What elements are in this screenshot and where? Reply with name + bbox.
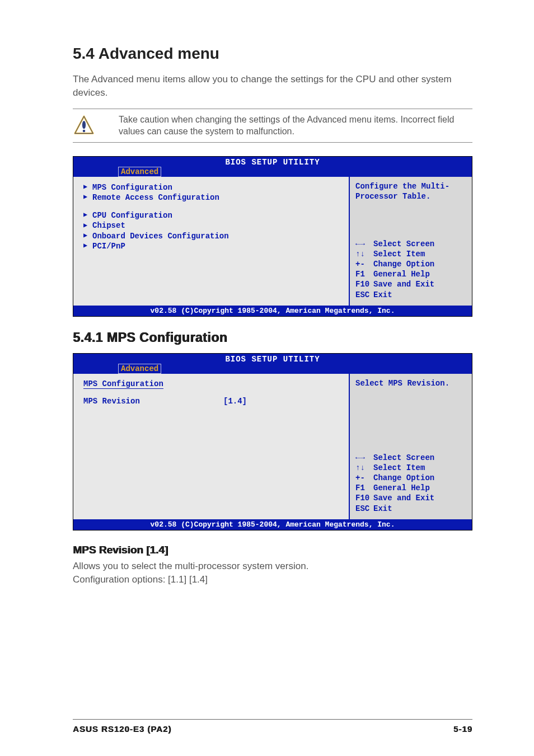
- bios-help-text: Select MPS Revision.: [355, 378, 466, 388]
- footer-page-number: 5-19: [453, 724, 472, 734]
- caution-box: Take caution when changing the settings …: [73, 109, 472, 143]
- bios-footer: v02.58 (C)Copyright 1985-2004, American …: [73, 306, 472, 316]
- menu-item-onboard-devices[interactable]: ▶ Onboard Devices Configuration: [83, 231, 339, 241]
- submenu-arrow-icon: ▶: [83, 242, 92, 251]
- page-footer: ASUS RS120-E3 (PA2) 5-19: [73, 719, 472, 734]
- item-heading: MPS Revision [1.4]: [73, 544, 472, 556]
- caution-text: Take caution when changing the settings …: [96, 114, 472, 138]
- section-heading: 5.4 Advanced menu: [73, 45, 472, 63]
- item-description: Allows you to select the multi-processor…: [73, 560, 472, 573]
- bios-tab-advanced[interactable]: Advanced: [118, 364, 161, 374]
- bios-screen-mps-config: BIOS SETUP UTILITY Advanced MPS Configur…: [73, 353, 472, 530]
- config-item-mps-revision[interactable]: MPS Revision [1.4]: [83, 397, 339, 406]
- submenu-arrow-icon: ▶: [83, 183, 92, 192]
- menu-item-mps-config[interactable]: ▶ MPS Configuration: [83, 182, 339, 192]
- bios-help-text: Configure the Multi- Processor Table.: [355, 181, 466, 201]
- bios-nav-help: ←→Select Screen ↑↓Select Item +-Change O…: [355, 453, 466, 514]
- caution-icon: [73, 114, 96, 138]
- bios-footer: v02.58 (C)Copyright 1985-2004, American …: [73, 519, 472, 530]
- footer-model: ASUS RS120-E3 (PA2): [73, 724, 171, 734]
- bios-tab-advanced[interactable]: Advanced: [118, 167, 161, 177]
- submenu-arrow-icon: ▶: [83, 211, 92, 220]
- menu-item-chipset[interactable]: ▶ Chipset: [83, 220, 339, 231]
- submenu-arrow-icon: ▶: [83, 193, 92, 202]
- item-config-options: Configuration options: [1.1] [1.4]: [73, 573, 472, 586]
- menu-item-pci-pnp[interactable]: ▶ PCI/PnP: [83, 241, 339, 251]
- svg-point-1: [83, 129, 86, 132]
- bios-title: BIOS SETUP UTILITY: [73, 355, 472, 364]
- subsection-heading: 5.4.1 MPS Configuration: [73, 330, 472, 345]
- config-heading: MPS Configuration: [83, 379, 163, 389]
- menu-item-remote-access[interactable]: ▶ Remote Access Configuration: [83, 192, 339, 203]
- bios-screen-advanced: BIOS SETUP UTILITY Advanced ▶ MPS Config…: [73, 156, 472, 317]
- submenu-arrow-icon: ▶: [83, 232, 92, 241]
- submenu-arrow-icon: ▶: [83, 222, 92, 231]
- bios-nav-help: ←→Select Screen ↑↓Select Item +-Change O…: [355, 239, 466, 300]
- svg-point-0: [82, 120, 86, 128]
- menu-item-cpu-config[interactable]: ▶ CPU Configuration: [83, 210, 339, 220]
- intro-text: The Advanced menu items allow you to cha…: [73, 73, 472, 100]
- bios-title: BIOS SETUP UTILITY: [73, 158, 472, 167]
